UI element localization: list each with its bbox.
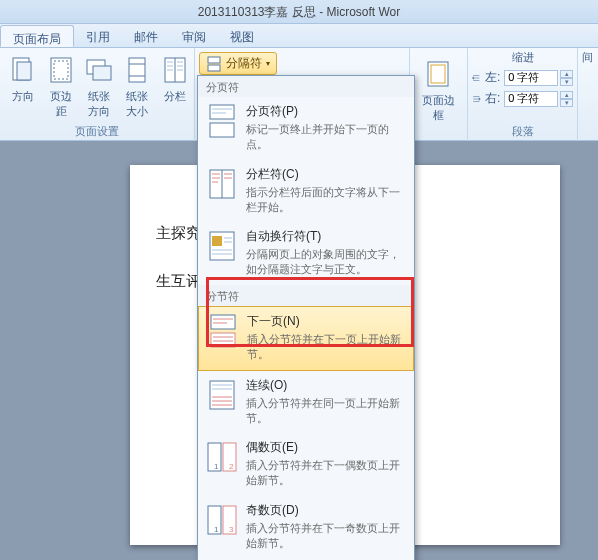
indent-right-icon bbox=[472, 93, 481, 105]
menu-title: 奇数页(D) bbox=[246, 502, 406, 519]
paper-orientation-icon bbox=[83, 54, 115, 86]
tab-mailings[interactable]: 邮件 bbox=[122, 24, 170, 47]
paper-orientation-button[interactable]: 纸张方向 bbox=[80, 50, 118, 121]
page-borders-button[interactable]: 页面边框 bbox=[414, 54, 464, 125]
dropdown-section-section-breaks: 分节符 bbox=[198, 285, 414, 306]
dropdown-section-page-breaks: 分页符 bbox=[198, 76, 414, 97]
menu-desc: 分隔网页上的对象周围的文字，如分隔题注文字与正文。 bbox=[246, 247, 406, 277]
menu-next-page[interactable]: 下一页(N)插入分节符并在下一页上开始新节。 bbox=[198, 306, 414, 371]
menu-page-break[interactable]: 分页符(P)标记一页终止并开始下一页的点。 bbox=[198, 97, 414, 160]
group-label-page-setup: 页面设置 bbox=[0, 124, 194, 139]
menu-title: 偶数页(E) bbox=[246, 439, 406, 456]
margins-button[interactable]: 页边距 bbox=[42, 50, 80, 121]
column-break-icon bbox=[206, 166, 238, 202]
page-break-icon bbox=[206, 103, 238, 139]
menu-odd-page[interactable]: 13 奇数页(D)插入分节符并在下一奇数页上开始新节。 bbox=[198, 496, 414, 559]
menu-desc: 标记一页终止并开始下一页的点。 bbox=[246, 122, 406, 152]
columns-button[interactable]: 分栏 bbox=[156, 50, 194, 121]
menu-desc: 插入分节符并在下一奇数页上开始新节。 bbox=[246, 521, 406, 551]
orientation-button[interactable]: 方向 bbox=[4, 50, 42, 121]
indent-left-label: 左: bbox=[485, 69, 500, 86]
tab-review[interactable]: 审阅 bbox=[170, 24, 218, 47]
text-wrap-icon bbox=[206, 228, 238, 264]
page-borders-icon bbox=[422, 58, 454, 90]
odd-page-icon: 13 bbox=[206, 502, 238, 538]
svg-rect-9 bbox=[208, 57, 220, 63]
svg-rect-6 bbox=[129, 58, 145, 82]
svg-rect-2 bbox=[51, 58, 71, 82]
menu-desc: 插入分节符并在同一页上开始新节。 bbox=[246, 396, 406, 426]
tab-references[interactable]: 引用 bbox=[74, 24, 122, 47]
menu-text-wrap-break[interactable]: 自动换行符(T)分隔网页上的对象周围的文字，如分隔题注文字与正文。 bbox=[198, 222, 414, 285]
svg-text:2: 2 bbox=[229, 462, 234, 471]
tab-view[interactable]: 视图 bbox=[218, 24, 266, 47]
spinner-right[interactable]: ▴▾ bbox=[560, 91, 573, 107]
menu-desc: 插入分节符并在下一页上开始新节。 bbox=[247, 332, 405, 362]
svg-rect-13 bbox=[210, 105, 234, 119]
indent-heading: 缩进 bbox=[472, 50, 573, 65]
paper-size-icon bbox=[121, 54, 153, 86]
breaks-button[interactable]: 分隔符 ▾ bbox=[199, 52, 277, 75]
svg-rect-1 bbox=[17, 62, 31, 80]
menu-title: 自动换行符(T) bbox=[246, 228, 406, 245]
paper-size-button[interactable]: 纸张大小 bbox=[118, 50, 156, 121]
indent-right-input[interactable] bbox=[504, 91, 558, 107]
menu-title: 分栏符(C) bbox=[246, 166, 406, 183]
group-label-paragraph: 段落 bbox=[468, 124, 577, 139]
menu-continuous[interactable]: 连续(O)插入分节符并在同一页上开始新节。 bbox=[198, 371, 414, 434]
group-indent: 缩进 左: ▴▾ 右: ▴▾ 段落 bbox=[468, 48, 578, 141]
title-bar: 2013110313李嘉 反思 - Microsoft Wor bbox=[0, 0, 598, 24]
svg-rect-5 bbox=[93, 66, 111, 80]
svg-rect-18 bbox=[212, 236, 222, 246]
svg-text:1: 1 bbox=[214, 525, 219, 534]
indent-left-icon bbox=[472, 72, 481, 84]
margins-icon bbox=[45, 54, 77, 86]
next-page-icon bbox=[207, 313, 239, 349]
svg-rect-14 bbox=[210, 123, 234, 137]
orientation-icon bbox=[7, 54, 39, 86]
breaks-dropdown: 分页符 分页符(P)标记一页终止并开始下一页的点。 分栏符(C)指示分栏符后面的… bbox=[197, 75, 415, 560]
menu-even-page[interactable]: 12 偶数页(E)插入分节符并在下一偶数页上开始新节。 bbox=[198, 433, 414, 496]
breaks-icon bbox=[206, 56, 222, 72]
svg-text:1: 1 bbox=[214, 462, 219, 471]
continuous-icon bbox=[206, 377, 238, 413]
svg-text:3: 3 bbox=[229, 525, 234, 534]
menu-title: 分页符(P) bbox=[246, 103, 406, 120]
chevron-down-icon: ▾ bbox=[266, 59, 270, 68]
even-page-icon: 12 bbox=[206, 439, 238, 475]
menu-title: 下一页(N) bbox=[247, 313, 405, 330]
group-spacing: 间 bbox=[578, 48, 598, 141]
indent-right-label: 右: bbox=[485, 90, 500, 107]
window-title: 2013110313李嘉 反思 - Microsoft Wor bbox=[198, 5, 401, 19]
menu-column-break[interactable]: 分栏符(C)指示分栏符后面的文字将从下一栏开始。 bbox=[198, 160, 414, 223]
group-page-setup: 方向 页边距 纸张方向 纸张大小 分栏 页面设置 bbox=[0, 48, 195, 141]
svg-rect-19 bbox=[211, 315, 235, 329]
spacing-heading: 间 bbox=[582, 50, 594, 65]
group-page-borders: 页面边框 bbox=[410, 48, 469, 141]
menu-desc: 指示分栏符后面的文字将从下一栏开始。 bbox=[246, 185, 406, 215]
columns-icon bbox=[159, 54, 191, 86]
ribbon-tabs: 页面布局 引用 邮件 审阅 视图 bbox=[0, 24, 598, 48]
tab-page-layout[interactable]: 页面布局 bbox=[0, 25, 74, 47]
menu-title: 连续(O) bbox=[246, 377, 406, 394]
spinner-left[interactable]: ▴▾ bbox=[560, 70, 573, 86]
svg-rect-10 bbox=[208, 65, 220, 71]
menu-desc: 插入分节符并在下一偶数页上开始新节。 bbox=[246, 458, 406, 488]
indent-left-input[interactable] bbox=[504, 70, 558, 86]
svg-rect-20 bbox=[211, 333, 235, 347]
